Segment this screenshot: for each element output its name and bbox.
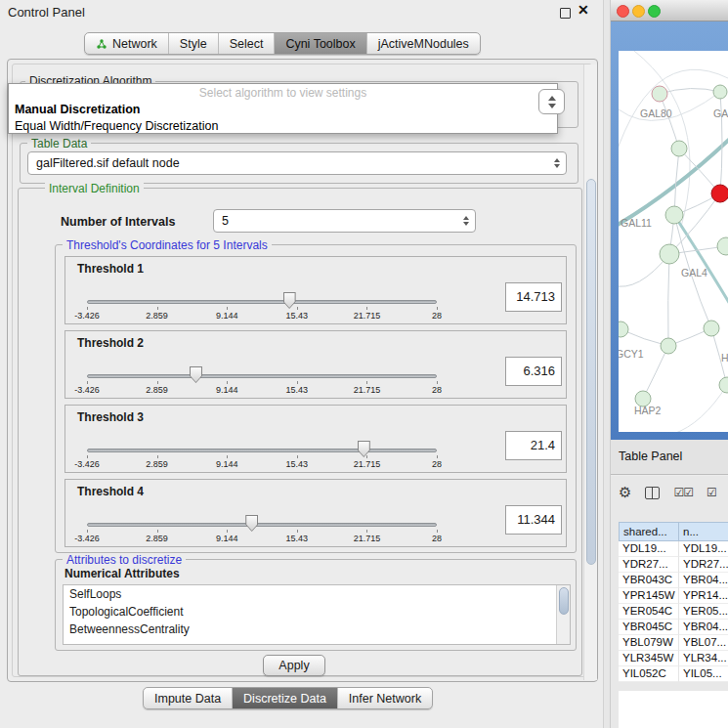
table-row[interactable]: YDL19...YDL19... [619,541,728,557]
tick-mark [437,307,438,310]
tick-label: 2.859 [146,534,168,543]
attributes-scrollbar[interactable] [556,585,570,644]
network-window-titlebar[interactable] [611,0,728,21]
tab-network-label: Network [112,37,157,51]
combo-arrows-icon [463,216,469,226]
tab-impute-data[interactable]: Impute Data [144,688,233,708]
table-row[interactable]: YIL052CYIL05... [619,666,728,682]
threshold-4-slider[interactable]: -3.4262.8599.14415.4321.71528 [87,515,437,546]
tab-jactivemnodules[interactable]: jActiveMNodules [367,33,480,54]
slider-thumb[interactable] [358,441,370,457]
columns-icon[interactable] [645,487,660,499]
network-node[interactable] [660,244,679,264]
network-node[interactable] [671,141,687,156]
network-node[interactable] [652,86,667,102]
select-rows-icon[interactable]: ☑ [707,486,716,499]
control-panel-window: Control Panel ✕ Network Style Select Cyn… [0,0,604,728]
combo-up-arrow-icon [548,96,556,101]
tab-style[interactable]: Style [169,33,219,54]
tick-label: 2.859 [146,385,168,395]
slider-thumb[interactable] [245,515,258,532]
slider-track[interactable] [87,374,437,378]
tick-label: 9.144 [216,459,238,469]
tick-label: 9.144 [216,311,238,321]
network-node[interactable] [717,237,728,255]
tab-jactivemnodules-label: jActiveMNodules [378,37,469,51]
control-panel-scrollbar-thumb[interactable] [586,179,596,565]
table-data-combobox[interactable]: galFiltered.sif default node [27,151,567,175]
table-cell: YDL19... [679,541,728,557]
tick-label: 28 [432,311,442,321]
threshold-1-slider[interactable]: -3.4262.8599.14415.4321.71528 [87,292,437,323]
network-node[interactable] [661,338,676,354]
tab-select[interactable]: Select [219,33,276,54]
panel-divider[interactable] [603,0,611,728]
network-node[interactable] [711,185,728,202]
numerical-attributes-items: SelfLoopsTopologicalCoefficientBetweenne… [64,585,570,638]
table-cell: YPR14... [679,588,728,604]
network-canvas[interactable]: GAL80GAGAL11GAL4GCY1HHAP2 [619,51,728,432]
threshold-4-value[interactable]: 11.344 [505,505,562,535]
table-row[interactable]: YLR345WYLR34... [619,651,728,666]
slider-track[interactable] [87,523,437,527]
table-cell: YBL07... [679,635,728,651]
slider-thumb[interactable] [190,366,202,383]
table-row[interactable]: YBL079WYBL07... [619,635,728,651]
threshold-3-slider[interactable]: -3.4262.8599.14415.4321.71528 [87,441,437,472]
minimize-traffic-light-icon[interactable] [632,5,645,18]
dropdown-item-equal-width-frequency[interactable]: Equal Width/Frequency Discretization [15,118,551,134]
column-header-shared-name[interactable]: shared... [619,522,679,541]
network-node[interactable] [619,321,628,337]
network-node[interactable] [665,206,683,224]
float-window-icon[interactable] [560,8,571,19]
tick-label: -3.426 [74,385,100,395]
table-row[interactable]: YER054CYER05... [619,604,728,620]
combo-arrows-icon [554,158,560,168]
control-panel-scrollbar[interactable] [583,64,597,680]
number-of-intervals-label: Number of Intervals [61,215,175,229]
table-row[interactable]: YPR145WYPR14... [619,588,728,604]
table-cell: YPR145W [619,588,679,604]
threshold-2-slider[interactable]: -3.4262.8599.14415.4321.71528 [87,366,437,398]
slider-thumb[interactable] [283,292,296,309]
screen: { "titlebar": { "title": "Control Panel"… [0,0,728,728]
gear-icon[interactable]: ⚙ [619,484,631,501]
network-node[interactable] [713,85,727,99]
threshold-2-value[interactable]: 6.316 [505,357,562,386]
algorithm-combo-arrows[interactable] [538,89,565,114]
table-row[interactable]: YBR043CYBR04... [619,573,728,588]
tab-select-label: Select [230,37,264,51]
tick-mark [87,307,88,310]
tab-network[interactable]: Network [85,33,169,54]
threshold-3-label: Threshold 3 [77,410,144,424]
table-cell: YBR04... [679,573,728,588]
table-row[interactable]: YBR045CYBR04... [619,620,728,635]
table-row[interactable]: YDR27...YDR27... [619,557,728,573]
slider-track[interactable] [87,449,437,452]
tab-cyni-toolbox[interactable]: Cyni Toolbox [275,33,366,54]
attribute-list-item[interactable]: TopologicalCoefficient [64,603,570,621]
dropdown-item-manual-discretization[interactable]: Manual Discretization [15,102,551,117]
close-traffic-light-icon[interactable] [617,5,629,18]
attribute-list-item[interactable]: SelfLoops [64,585,570,603]
zoom-traffic-light-icon[interactable] [648,5,661,18]
tab-discretize-data[interactable]: Discretize Data [233,688,338,708]
number-of-intervals-combobox[interactable]: 5 [213,209,476,233]
slider-track[interactable] [87,300,437,304]
apply-button[interactable]: Apply [263,655,325,676]
threshold-1-value[interactable]: 14.713 [505,282,562,312]
column-header-name[interactable]: n... [679,522,728,541]
network-node[interactable] [719,377,728,393]
network-node[interactable] [704,321,719,336]
tick-mark [227,530,228,533]
tick-label: -3.426 [74,534,100,543]
attribute-list-item[interactable]: BetweennessCentrality [64,621,570,638]
tab-infer-network[interactable]: Infer Network [338,688,432,708]
threshold-3-value[interactable]: 21.4 [505,431,562,460]
select-all-icon[interactable]: ☑☑ [673,486,693,499]
tick-label: 15.43 [286,534,309,543]
close-icon[interactable]: ✕ [578,2,589,18]
attributes-scrollbar-thumb[interactable] [559,587,569,615]
tick-mark [297,530,298,533]
tick-mark [297,381,298,384]
